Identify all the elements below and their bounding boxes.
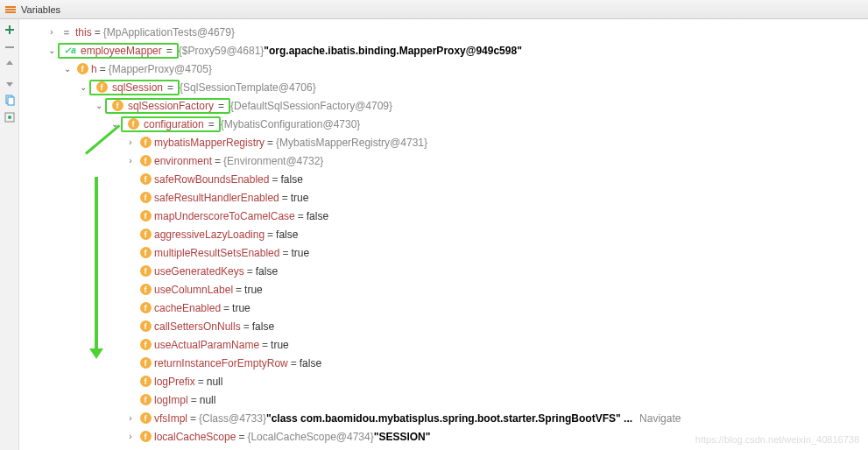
variable-name: useColumnLabel [154,284,233,296]
tree-row[interactable]: ›fenvironment={Environment@4732} [19,151,868,170]
expand-toggle[interactable]: › [46,26,58,39]
equals-sign: = [218,100,224,112]
equals-sign: = [243,320,250,333]
add-watch-icon[interactable] [3,23,17,37]
tree-row[interactable]: ›fmybatisMapperRegistry={MybatisMapperRe… [19,133,868,151]
move-down-icon[interactable] [3,75,17,89]
tree-row[interactable]: fuseColumnLabel=true [19,280,868,299]
field-icon: f [138,320,152,334]
tree-row[interactable]: fcacheEnabled=true [19,299,868,317]
tree-row[interactable]: fsafeRowBoundsEnabled=false [19,170,868,188]
collapse-toggle[interactable]: ⌄ [77,81,89,94]
variable-string-value: "org.apache.ibatis.binding.MapperProxy@9… [264,45,522,57]
collapse-toggle[interactable]: ⌄ [93,100,105,112]
tree-row[interactable]: ›=this={MpApplicationTests@4679} [19,23,868,41]
highlight-box: ✓aemployeeMapper= [58,43,179,59]
field-icon: f [138,172,152,186]
watches-icon[interactable] [3,110,17,124]
variable-value: true [291,247,309,259]
expand-toggle[interactable]: › [124,155,137,167]
svg-rect-0 [5,6,16,8]
equals-sign: = [298,210,304,222]
variable-string-value: "SESSION" [374,431,431,443]
tree-row[interactable]: ⌄fsqlSessionFactory= {DefaultSqlSessionF… [19,96,868,115]
field-icon: f [75,62,89,76]
toggle-spacer [124,320,137,333]
expand-toggle[interactable]: › [124,137,137,149]
highlight-box: fsqlSession= [89,80,180,95]
variable-value: {MapperProxy@4705} [109,63,212,75]
watermark: https://blog.csdn.net/weixin_40816738 [695,434,859,445]
equals-icon: = [60,25,74,39]
equals-sign: = [100,63,106,75]
field-icon: f [110,99,124,113]
expand-toggle[interactable]: › [124,412,137,425]
variable-value: true [232,302,251,314]
tree-row[interactable]: flogPrefix=null [19,372,868,390]
variable-value: false [300,357,321,369]
toggle-spacer [124,265,137,278]
equals-sign: = [198,376,204,388]
variable-name: cacheEnabled [154,302,221,314]
variable-value: {$Proxy59@4681} [179,45,265,57]
variable-value: {Environment@4732} [223,155,323,167]
expand-toggle[interactable]: › [124,431,137,443]
toggle-spacer [124,229,137,241]
equals-sign: = [208,118,215,130]
variable-name: useActualParamName [154,339,259,351]
field-icon: f [138,209,152,223]
highlight-box: fconfiguration= [121,116,221,132]
toggle-spacer [124,302,137,314]
toggle-spacer [124,210,137,222]
tree-row[interactable]: fmapUnderscoreToCamelCase=false [19,207,868,225]
variable-value: {MybatisMapperRegistry@4731} [276,137,427,149]
field-icon: f [138,283,152,297]
tree-row[interactable]: faggressiveLazyLoading=false [19,225,868,243]
navigate-link[interactable]: Navigate [639,412,681,425]
variable-name: environment [154,155,212,167]
tree-row[interactable]: fcallSettersOnNulls=false [19,317,868,335]
tree-row[interactable]: freturnInstanceForEmptyRow=false [19,354,868,372]
equals-sign: = [223,302,229,314]
tree-row[interactable]: fuseGeneratedKeys=false [19,262,868,280]
variable-value: {SqlSessionTemplate@4706} [180,81,316,94]
variable-name: employeeMapper [81,45,162,57]
copy-icon[interactable] [3,93,17,107]
collapse-toggle[interactable]: ⌄ [46,45,58,57]
remove-watch-icon[interactable] [3,40,17,54]
equals-sign: = [267,137,273,149]
tree-row[interactable]: flogImpl=null [19,390,868,409]
tree-row[interactable]: fsafeResultHandlerEnabled=true [19,188,868,207]
collapse-toggle[interactable]: ⌄ [61,63,74,75]
variable-value: {DefaultSqlSessionFactory@4709} [230,100,392,112]
tree-row[interactable]: ⌄fsqlSession= {SqlSessionTemplate@4706} [19,78,868,96]
variable-name: vfsImpl [154,412,187,425]
equals-sign: = [238,431,244,443]
tree-row[interactable]: fuseActualParamName=true [19,335,868,354]
autowired-icon: ✓a [63,44,77,58]
variable-name: aggressiveLazyLoading [154,229,265,241]
tree-row[interactable]: ⌄✓aemployeeMapper= {$Proxy59@4681} "org.… [19,41,868,60]
field-icon: f [126,117,140,131]
toggle-spacer [124,192,137,204]
variable-value: false [276,229,298,241]
field-icon: f [138,301,152,315]
tree-row[interactable]: ⌄fh={MapperProxy@4705} [19,60,868,78]
equals-sign: = [236,284,242,296]
toggle-spacer [124,357,137,369]
variable-name: sqlSession [112,81,163,94]
variable-value: false [307,210,328,222]
field-icon: f [138,356,152,370]
tree-row[interactable]: fmultipleResultSetsEnabled=true [19,243,868,262]
variable-name: returnInstanceForEmptyRow [154,357,288,369]
variables-tree[interactable]: ›=this={MpApplicationTests@4679}⌄✓aemplo… [19,19,868,450]
tree-row[interactable]: ›fvfsImpl={Class@4733} "class com.baomid… [19,409,868,427]
svg-point-6 [8,116,11,119]
move-up-icon[interactable] [3,58,17,72]
field-icon: f [138,375,152,389]
variable-name: callSettersOnNulls [154,320,241,333]
panel-titlebar: Variables [0,0,868,19]
toggle-spacer [124,339,137,351]
tree-row[interactable]: ⌄fconfiguration= {MybatisConfiguration@4… [19,115,868,133]
variable-value: true [244,284,263,296]
